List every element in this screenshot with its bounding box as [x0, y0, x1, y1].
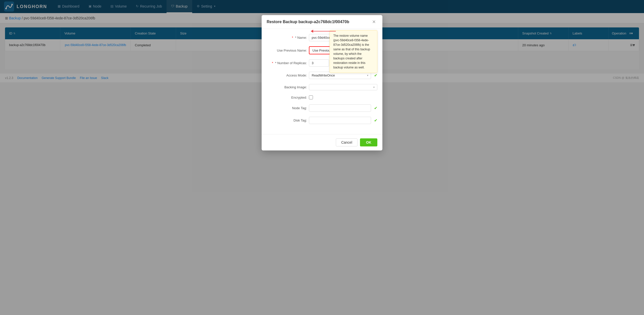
modal-overlay: Restore Backup backup-a2c768dc1f00470b ✕… [0, 0, 644, 82]
access-mode-check-icon: ✔ [374, 73, 377, 78]
use-prev-label: Use Previous Name: [267, 49, 307, 52]
tooltip-box: The restore volume name (pvc-59d40ce8-f3… [330, 30, 377, 73]
page-content: ID ⇅ Volume Creation State Size Snapshot… [0, 23, 644, 73]
arrow-line [313, 31, 336, 31]
modal-title: Restore Backup backup-a2c768dc1f00470b [267, 20, 349, 24]
tooltip-arrow [311, 30, 336, 33]
access-mode-caret: ▾ [367, 74, 368, 77]
replicas-label: * * Number of Replicas: [267, 61, 307, 65]
access-mode-label: Access Mode: [267, 73, 307, 77]
name-label: * * Name: [267, 36, 307, 40]
modal-close-button[interactable]: ✕ [371, 19, 377, 25]
arrow-head [311, 30, 313, 33]
replicas-input[interactable] [309, 59, 329, 67]
modal-header: Restore Backup backup-a2c768dc1f00470b ✕ [262, 15, 382, 29]
